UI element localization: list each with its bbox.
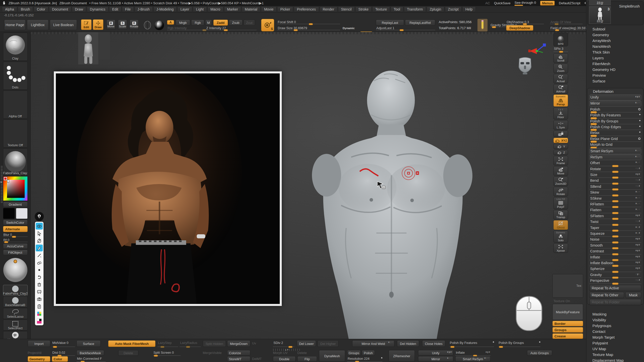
section-contact[interactable]: Contact bbox=[586, 329, 644, 334]
menu-item-color[interactable]: Color bbox=[34, 7, 48, 12]
deform-flatten-slider[interactable]: Flattenxyz bbox=[589, 207, 641, 213]
menu-item-j-modeling[interactable]: J-Modeling bbox=[153, 7, 177, 12]
zremesher-button[interactable]: ZRemesher bbox=[389, 350, 415, 362]
menu-item-stroke[interactable]: Stroke bbox=[355, 7, 372, 12]
delete-button[interactable]: Delete bbox=[118, 350, 138, 356]
deform-mirror-button[interactable]: Mirrorxyz bbox=[589, 101, 641, 106]
mirror-and-weld-button[interactable]: Mirror And Weldxyz bbox=[352, 340, 394, 347]
autoclaim-toggle[interactable]: AC bbox=[485, 1, 490, 5]
deform-rotate-slider[interactable]: Rotatexyz bbox=[589, 166, 641, 172]
deform-resym-button[interactable]: ReSymxyz bbox=[589, 154, 641, 160]
material-sphere-icon[interactable] bbox=[154, 20, 165, 31]
epic-pen-logo[interactable] bbox=[35, 212, 44, 221]
menu-item-j-brush[interactable]: J-Brush bbox=[135, 7, 153, 12]
menu-item-stencil[interactable]: Stencil bbox=[338, 7, 355, 12]
menu-item-marker[interactable]: Marker bbox=[224, 7, 241, 12]
projectall-button[interactable]: ProjectAll bbox=[28, 350, 42, 356]
xyz-axis-toggles[interactable]: xyz bbox=[636, 167, 641, 169]
menu-item-light[interactable]: Light bbox=[193, 7, 207, 12]
deform-inflate-slider[interactable]: Inflatexyz bbox=[589, 255, 641, 260]
deform-relax-plane-grid-slider[interactable]: Relax Plane Grid bbox=[589, 136, 641, 142]
mask-button[interactable]: Mask bbox=[625, 292, 641, 298]
dot-icon[interactable] bbox=[36, 266, 43, 273]
menu-item-document[interactable]: Document bbox=[49, 7, 71, 12]
current-alpha-thumb[interactable]: Alpha Off bbox=[3, 90, 28, 119]
live-boolean-button[interactable]: Live Boolean bbox=[50, 20, 77, 30]
trash-icon[interactable] bbox=[36, 281, 43, 288]
camera-robot-head-icon[interactable] bbox=[517, 56, 533, 75]
menu-item-texture[interactable]: Texture bbox=[372, 7, 390, 12]
lazyradius-slider[interactable]: LazyRadius bbox=[180, 341, 201, 347]
swatch-icon[interactable] bbox=[36, 318, 43, 324]
see-through-knob[interactable] bbox=[514, 5, 523, 6]
mask-by-feature-button[interactable]: MaskByFeature bbox=[552, 304, 583, 320]
surface-button[interactable]: Surface bbox=[76, 340, 101, 347]
section-masking[interactable]: Masking bbox=[586, 311, 644, 317]
menu-item-movie[interactable]: Movie bbox=[261, 7, 276, 12]
xyz-axis-toggles[interactable]: xyz bbox=[635, 149, 640, 152]
deform-sbend-slider[interactable]: SBendxyz bbox=[589, 184, 641, 190]
deform-relax-slider[interactable]: Relax bbox=[589, 130, 641, 136]
border-button[interactable]: Border bbox=[552, 321, 583, 326]
strip-rotate-button[interactable]: Rotate bbox=[553, 187, 568, 196]
z-intensity-slider[interactable]: Z Intensity 27 bbox=[199, 26, 257, 31]
tray-row-divider[interactable]: ▲▼ bbox=[273, 349, 301, 351]
xyz-axis-toggles[interactable]: xyz bbox=[636, 232, 641, 234]
section-morph-target[interactable]: Morph Target bbox=[586, 334, 644, 340]
unify-button-bottom[interactable]: Unifyxyz bbox=[418, 350, 453, 356]
strip-transp-button[interactable]: Transp bbox=[553, 210, 568, 219]
section-geometry-hd[interactable]: Geometry HD bbox=[586, 67, 644, 72]
current-brush-thumb[interactable]: Clay bbox=[3, 33, 28, 61]
palette-icon[interactable] bbox=[36, 310, 43, 317]
menu-item-material[interactable]: Material bbox=[242, 7, 260, 12]
zsub-button[interactable]: Zsub bbox=[229, 20, 243, 26]
deform-polish-crisp-edges-slider[interactable]: Polish Crisp Edges bbox=[589, 124, 641, 130]
xyz-axis-toggles[interactable]: xyz bbox=[636, 214, 641, 216]
edit-mode-button[interactable]: Edit bbox=[81, 19, 92, 30]
xyz-axis-toggles[interactable]: xyz bbox=[636, 273, 641, 275]
main-color-swatch[interactable] bbox=[3, 208, 15, 219]
zadd-button[interactable]: Zadd bbox=[213, 20, 228, 26]
mrgb-button[interactable]: Mrgb bbox=[176, 20, 190, 26]
dot-toggle-icon[interactable] bbox=[639, 114, 640, 115]
menus-toggle-button[interactable]: Menus bbox=[540, 1, 555, 6]
xyz-axis-toggles[interactable]: xyz bbox=[636, 243, 641, 246]
deform-polish-by-features-slider[interactable]: Polish By Features bbox=[589, 113, 641, 118]
xyz-axis-toggles[interactable]: xyz bbox=[636, 267, 641, 269]
xyz-axis-toggles[interactable]: xyz bbox=[636, 173, 641, 175]
deform-noise-slider[interactable]: Noisexyz bbox=[589, 237, 641, 243]
section-visibility[interactable]: Visibility bbox=[586, 317, 644, 323]
menu-item-render[interactable]: Render bbox=[320, 7, 337, 12]
secondary-color-swatch[interactable] bbox=[16, 208, 28, 219]
field-of-view-slider[interactable]: Field of view(deg) 39.59775 bbox=[550, 26, 586, 31]
current-stroke-thumb[interactable]: Dots bbox=[3, 62, 28, 90]
marker-icon[interactable] bbox=[36, 245, 43, 251]
fill-object-button[interactable]: FillObject bbox=[3, 250, 28, 255]
eraser-icon[interactable] bbox=[36, 259, 43, 266]
quick-pick-selectrect[interactable]: SelectRect bbox=[3, 320, 28, 331]
rf-slider[interactable]: Rf 0 bbox=[3, 238, 28, 243]
strip-xpose-button[interactable]: Xpose bbox=[553, 243, 568, 253]
strip-xyz-button[interactable]: XYZ bbox=[553, 138, 568, 143]
xyz-axis-toggles[interactable]: xyz bbox=[635, 101, 640, 104]
auto-mask-fibermesh-button[interactable]: Auto Mask FiberMesh bbox=[108, 340, 155, 347]
section-geometry[interactable]: Geometry bbox=[586, 32, 644, 38]
groups-button-bottom[interactable]: Groups bbox=[347, 350, 361, 356]
strip-l-sym-button[interactable]: L.Sym bbox=[553, 120, 568, 130]
section-polygroups[interactable]: Polygroups bbox=[586, 323, 644, 329]
color-picker[interactable] bbox=[3, 176, 28, 201]
strip-z-button[interactable]: Z bbox=[553, 150, 568, 155]
polish-by-features-slider[interactable]: Polish By Features bbox=[449, 341, 494, 347]
strip-ghost-button[interactable]: Ghost bbox=[553, 220, 568, 230]
groups-button[interactable]: Groups bbox=[552, 327, 583, 333]
menu-item-brush[interactable]: Brush bbox=[18, 7, 33, 12]
replay-last-button[interactable]: ReplayLast bbox=[376, 20, 404, 26]
auto-groups-button[interactable]: Auto Groups bbox=[527, 350, 552, 356]
color-sphere[interactable] bbox=[3, 256, 28, 284]
smart-resym-button-bottom[interactable]: Smart ReSymxyz bbox=[455, 356, 491, 362]
menu-item-zscript[interactable]: Zscript bbox=[445, 7, 462, 12]
strip-camera-lock-button[interactable] bbox=[553, 130, 568, 137]
split-screen-slider-bottom[interactable]: Split Screen 0 bbox=[153, 351, 181, 356]
document-canvas[interactable] bbox=[31, 32, 586, 339]
section-layers[interactable]: Layers bbox=[586, 55, 644, 61]
